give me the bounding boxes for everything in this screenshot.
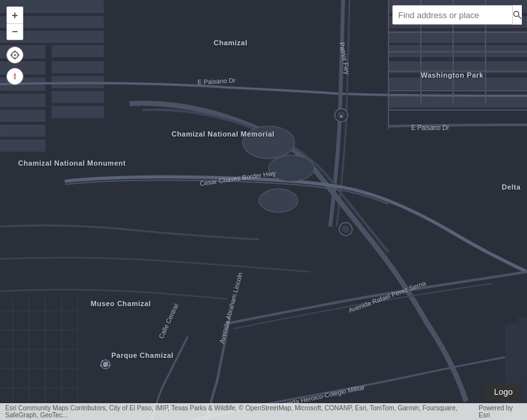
search-button[interactable] <box>512 5 522 25</box>
location-button[interactable] <box>6 47 23 63</box>
svg-rect-21 <box>388 78 527 89</box>
svg-point-43 <box>102 360 104 362</box>
attribution-bar: Esri Community Maps Contributors, City o… <box>0 403 527 420</box>
powered-by-text: Powered by Esri <box>478 404 522 419</box>
svg-point-35 <box>259 189 298 212</box>
svg-point-60 <box>14 54 16 56</box>
svg-rect-22 <box>388 96 527 107</box>
svg-line-68 <box>519 16 522 19</box>
search-bar <box>392 5 522 25</box>
svg-marker-66 <box>14 76 16 80</box>
svg-point-67 <box>514 12 519 17</box>
svg-point-34 <box>269 155 314 181</box>
zoom-in-button[interactable]: + <box>6 6 23 23</box>
map-canvas: ● <box>0 0 527 420</box>
zoom-out-button[interactable]: − <box>6 23 23 40</box>
compass-icon <box>10 72 19 81</box>
compass-button[interactable] <box>6 68 23 85</box>
svg-point-46 <box>109 365 111 367</box>
svg-rect-8 <box>0 110 45 122</box>
svg-marker-65 <box>14 72 16 76</box>
location-icon <box>10 50 19 60</box>
svg-point-45 <box>104 366 106 368</box>
svg-point-44 <box>107 362 109 364</box>
logo-button[interactable]: Logo <box>485 383 522 401</box>
search-icon <box>513 10 522 19</box>
svg-rect-9 <box>0 125 45 137</box>
svg-rect-12 <box>52 61 104 73</box>
svg-point-40 <box>342 225 350 233</box>
svg-point-33 <box>243 126 295 159</box>
svg-rect-7 <box>0 94 45 107</box>
map-container: ● Chamizal Washington Park Chamiza <box>0 0 527 420</box>
svg-rect-14 <box>52 91 104 103</box>
search-input[interactable] <box>393 10 512 20</box>
zoom-controls: + − <box>6 6 23 40</box>
svg-point-47 <box>100 365 102 367</box>
svg-rect-11 <box>52 45 104 57</box>
svg-rect-15 <box>52 106 104 118</box>
svg-rect-10 <box>0 140 45 151</box>
attribution-text: Esri Community Maps Contributors, City o… <box>5 404 478 419</box>
svg-text:●: ● <box>340 113 343 119</box>
